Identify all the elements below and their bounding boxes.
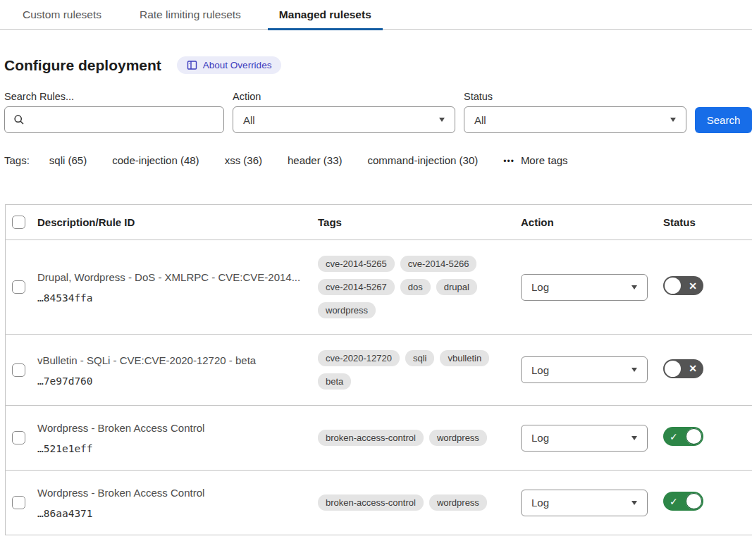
action-filter-value: All: [243, 114, 255, 126]
tags-bar: Tags: sqli (65)code-injection (48)xss (3…: [4, 154, 752, 166]
rule-description: Wordpress - Broken Access Control: [37, 421, 308, 435]
tab-rate-limiting-rulesets[interactable]: Rate limiting rulesets: [134, 0, 247, 30]
table-row: Wordpress - Broken Access Control…521e1e…: [6, 406, 752, 471]
toggle-knob: [665, 361, 681, 377]
rule-description: vBulletin - SQLi - CVE:CVE-2020-12720 - …: [37, 354, 308, 367]
book-icon: [187, 60, 197, 70]
tag-filter-link[interactable]: command-injection (30): [368, 154, 479, 166]
select-all-checkbox[interactable]: [12, 216, 25, 229]
status-filter-label: Status: [464, 91, 686, 102]
table-row: vBulletin - SQLi - CVE:CVE-2020-12720 - …: [6, 335, 752, 406]
tag-filter-link[interactable]: sqli (65): [49, 154, 87, 166]
status-toggle-on[interactable]: ✓: [663, 492, 703, 511]
status-filter-select[interactable]: All: [464, 106, 686, 133]
row-checkbox[interactable]: [12, 496, 25, 509]
rule-id: …84534ffa: [37, 292, 308, 304]
tag-pill: wordpress: [318, 302, 376, 318]
row-action-select[interactable]: Log: [521, 356, 648, 383]
row-action-select[interactable]: Log: [521, 274, 648, 301]
row-checkbox[interactable]: [12, 431, 25, 444]
tag-pill: wordpress: [429, 494, 487, 511]
table-row: Wordpress - Broken Access Control…86aa43…: [6, 471, 752, 535]
tag-pill: broken-access-control: [318, 430, 424, 446]
col-description: Description/Rule ID: [37, 216, 318, 228]
tag-pill: wordpress: [429, 430, 487, 446]
tag-pill: beta: [318, 373, 351, 390]
tag-pill: dos: [400, 279, 431, 295]
row-action-select[interactable]: Log: [521, 425, 648, 452]
rule-description: Drupal, Wordpress - DoS - XMLRPC - CVE:C…: [37, 270, 308, 284]
col-tags: Tags: [318, 216, 521, 228]
row-action-value: Log: [531, 281, 549, 293]
table-header-row: Description/Rule ID Tags Action Status: [6, 205, 752, 240]
tag-pill: cve-2014-5265: [318, 256, 395, 272]
action-filter-select[interactable]: All: [233, 106, 455, 133]
chevron-down-icon: [631, 501, 637, 505]
status-filter-value: All: [474, 114, 486, 126]
toggle-knob: [686, 428, 702, 444]
row-action-select[interactable]: Log: [521, 490, 648, 516]
rule-id: …86aa4371: [37, 508, 308, 519]
page-title: Configure deployment: [4, 57, 161, 74]
chevron-down-icon: [631, 436, 637, 440]
status-toggle-off[interactable]: ✕: [663, 276, 703, 295]
more-tags-button[interactable]: ••• More tags: [503, 154, 567, 166]
row-action-value: Log: [531, 364, 549, 376]
ellipsis-icon: •••: [503, 156, 514, 166]
status-toggle-on[interactable]: ✓: [663, 427, 703, 446]
ruleset-tabbar: Custom rulesetsRate limiting rulesetsMan…: [0, 0, 752, 30]
col-status: Status: [663, 216, 752, 228]
about-overrides-label: About Overrides: [203, 60, 272, 70]
toggle-knob: [686, 493, 702, 509]
tag-filter-link[interactable]: code-injection (48): [112, 154, 199, 166]
tag-pill: drupal: [436, 279, 477, 295]
tab-custom-rulesets[interactable]: Custom rulesets: [17, 0, 107, 30]
rules-table: Description/Rule ID Tags Action Status D…: [5, 204, 752, 535]
rule-description: Wordpress - Broken Access Control: [37, 486, 308, 499]
x-icon: ✕: [689, 363, 697, 373]
search-button[interactable]: Search: [695, 107, 752, 133]
tag-filter-link[interactable]: xss (36): [225, 154, 262, 166]
table-row: Drupal, Wordpress - DoS - XMLRPC - CVE:C…: [6, 240, 752, 335]
tag-pill: cve-2014-5267: [318, 279, 395, 295]
tab-managed-rulesets[interactable]: Managed rulesets: [273, 0, 377, 30]
tag-pill: sqli: [405, 350, 435, 366]
col-action: Action: [521, 216, 663, 228]
status-toggle-off[interactable]: ✕: [663, 359, 703, 378]
row-checkbox[interactable]: [12, 280, 25, 294]
chevron-down-icon: [439, 118, 445, 122]
row-action-value: Log: [531, 497, 549, 509]
tag-pill: vbulletin: [440, 350, 489, 366]
more-tags-label: More tags: [521, 154, 568, 166]
x-icon: ✕: [689, 280, 697, 290]
search-rules-label: Search Rules...: [4, 91, 224, 102]
about-overrides-badge[interactable]: About Overrides: [177, 56, 282, 74]
check-icon: ✓: [670, 496, 678, 506]
rule-id: …521e1eff: [37, 443, 308, 454]
chevron-down-icon: [631, 368, 637, 372]
toggle-knob: [665, 278, 681, 294]
tags-bar-label: Tags:: [4, 154, 30, 166]
tag-filter-link[interactable]: header (33): [288, 154, 343, 166]
check-icon: ✓: [670, 431, 678, 441]
rule-id: …7e97d760: [37, 375, 308, 387]
chevron-down-icon: [631, 285, 637, 290]
row-checkbox[interactable]: [12, 363, 25, 377]
chevron-down-icon: [670, 118, 676, 122]
action-filter-label: Action: [233, 91, 455, 102]
tag-pill: cve-2014-5266: [400, 256, 477, 272]
search-icon: [13, 114, 25, 125]
search-rules-input[interactable]: [31, 114, 215, 126]
row-action-value: Log: [531, 432, 549, 444]
tag-pill: broken-access-control: [318, 494, 424, 511]
tag-pill: cve-2020-12720: [318, 350, 400, 366]
search-rules-input-wrap: [4, 106, 224, 133]
